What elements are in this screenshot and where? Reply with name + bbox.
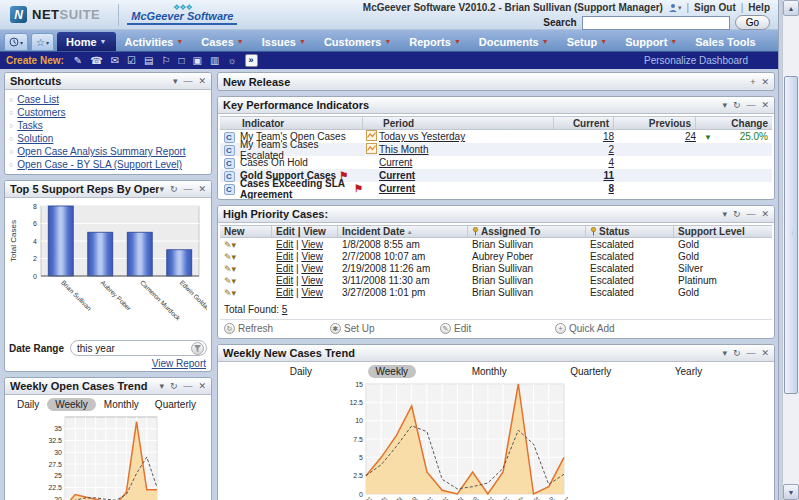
date-range-select[interactable]: this year — [70, 340, 207, 356]
new-file-icon[interactable]: ▣ — [193, 55, 202, 66]
edit-link[interactable]: Edit — [276, 251, 293, 262]
more-create-options-button[interactable]: » — [245, 54, 258, 67]
tab-yearly[interactable]: Yearly — [667, 365, 710, 378]
panel-minimize-icon[interactable]: — — [183, 76, 192, 86]
scroll-up-button[interactable]: ▲ — [783, 0, 799, 16]
kpi-col-current[interactable]: Current — [554, 117, 614, 129]
col-status[interactable]: Status — [586, 226, 674, 237]
shortcut-tasks[interactable]: Tasks — [17, 119, 43, 132]
panel-minimize-icon[interactable]: — — [183, 381, 192, 391]
panel-close-icon[interactable]: ✕ — [761, 100, 769, 110]
recent-records-button[interactable]: ▾ — [4, 33, 28, 51]
panel-menu-icon[interactable]: ▾ — [159, 184, 164, 194]
col-support-level[interactable]: Support Level — [674, 226, 772, 237]
tab-issues[interactable]: Issues▼ — [253, 32, 315, 51]
tab-documents[interactable]: Documents▼ — [470, 32, 558, 51]
view-link[interactable]: View — [301, 263, 323, 274]
panel-close-icon[interactable]: ✕ — [198, 381, 206, 391]
kpi-period-link[interactable]: Current — [379, 170, 415, 181]
quick-add-button[interactable]: +Quick Add — [555, 323, 615, 334]
panel-expand-icon[interactable]: + — [750, 77, 755, 87]
panel-refresh-icon[interactable]: ↻ — [170, 184, 178, 194]
panel-refresh-icon[interactable]: ↻ — [733, 100, 741, 110]
shortcut-case-list[interactable]: Case List — [17, 93, 59, 106]
col-incident-date[interactable]: Incident Date▲ — [338, 226, 468, 237]
tab-customers[interactable]: Customers▼ — [315, 32, 400, 51]
kpi-col-indicator[interactable]: Indicator — [238, 117, 363, 129]
kpi-period-link[interactable]: Current — [379, 183, 415, 194]
trend-graph-icon[interactable] — [363, 130, 379, 143]
panel-menu-icon[interactable]: ▾ — [722, 348, 727, 358]
set-up-button[interactable]: ✱Set Up — [330, 323, 440, 334]
tab-reports[interactable]: Reports▼ — [400, 32, 470, 51]
panel-minimize-icon[interactable]: — — [746, 209, 755, 219]
shortcut-open-case-by-sla[interactable]: Open Case - BY SLA (Support Level) — [17, 158, 182, 171]
view-link[interactable]: View — [301, 287, 323, 298]
quick-new-icon[interactable]: ✎▾ — [224, 276, 236, 286]
view-link[interactable]: View — [301, 251, 323, 262]
shortcut-solution[interactable]: Solution — [17, 132, 53, 145]
panel-menu-icon[interactable]: ▾ — [722, 100, 727, 110]
panel-minimize-icon[interactable]: — — [746, 348, 755, 358]
panel-menu-icon[interactable]: ▾ — [173, 76, 178, 86]
tab-quarterly[interactable]: Quarterly — [562, 365, 619, 378]
kpi-current-value[interactable]: 8 — [608, 183, 614, 194]
tab-weekly[interactable]: Weekly — [368, 365, 417, 378]
tab-sales-tools[interactable]: Sales Tools — [686, 32, 764, 51]
new-phone-call-icon[interactable]: ☎ — [90, 55, 102, 66]
kpi-current-value[interactable]: 4 — [608, 157, 614, 168]
panel-menu-icon[interactable]: ▾ — [722, 209, 727, 219]
kpi-col-change[interactable]: Change — [720, 117, 772, 129]
kpi-period-link[interactable]: This Month — [379, 144, 428, 155]
tab-setup[interactable]: Setup▼ — [558, 32, 617, 51]
edit-link[interactable]: Edit — [276, 287, 293, 298]
panel-close-icon[interactable]: ✕ — [761, 348, 769, 358]
new-campaign-icon[interactable]: ⚐ — [161, 55, 170, 66]
personalize-dashboard-link[interactable]: Personalize Dashboard — [644, 55, 748, 66]
quick-new-icon[interactable]: ✎▾ — [224, 240, 236, 250]
panel-minimize-icon[interactable]: — — [183, 184, 192, 194]
trend-graph-icon[interactable] — [363, 143, 379, 156]
quick-new-icon[interactable]: ✎▾ — [224, 252, 236, 262]
new-note-icon[interactable]: ▤ — [144, 55, 153, 66]
help-link[interactable]: Help — [748, 2, 770, 13]
col-new[interactable]: New — [220, 226, 272, 237]
edit-link[interactable]: Edit — [276, 239, 293, 250]
view-link[interactable]: View — [301, 239, 323, 250]
filter-funnel-icon[interactable] — [191, 342, 204, 355]
quick-new-icon[interactable]: ✎▾ — [224, 288, 236, 298]
tab-monthly[interactable]: Monthly — [96, 398, 147, 411]
kpi-refresh-icon[interactable]: C — [224, 145, 235, 156]
search-input[interactable] — [582, 16, 730, 30]
new-email-icon[interactable]: ✉ — [111, 55, 119, 66]
kpi-col-previous[interactable]: Previous — [614, 117, 696, 129]
new-document-icon[interactable]: □ — [178, 55, 184, 66]
tab-support[interactable]: Support▼ — [616, 32, 686, 51]
kpi-period-link[interactable]: Current — [379, 157, 412, 168]
new-task-icon[interactable]: ✎ — [74, 55, 82, 66]
panel-refresh-icon[interactable]: ↻ — [170, 381, 178, 391]
edit-button[interactable]: ✎Edit — [440, 323, 555, 334]
kpi-current-value[interactable]: 2 — [608, 144, 614, 155]
tab-yearly[interactable]: Yearly — [204, 398, 212, 411]
kpi-col-period[interactable]: Period — [379, 117, 554, 129]
total-found-count[interactable]: 5 — [282, 304, 288, 315]
tab-cases[interactable]: Cases▼ — [192, 32, 252, 51]
panel-close-icon[interactable]: ✕ — [198, 184, 206, 194]
shortcuts-menu-button[interactable]: ☆▾ — [31, 33, 54, 51]
panel-refresh-icon[interactable]: ↻ — [733, 209, 741, 219]
tab-home[interactable]: Home▼ — [57, 32, 116, 51]
new-case-icon[interactable]: ☑ — [127, 55, 136, 66]
kpi-current-value[interactable]: 18 — [603, 131, 614, 142]
refresh-button[interactable]: ↻Refresh — [224, 323, 330, 334]
new-idea-icon[interactable]: ☼ — [227, 55, 236, 66]
kpi-refresh-icon[interactable]: C — [224, 158, 235, 169]
tab-quarterly[interactable]: Quarterly — [147, 398, 204, 411]
edit-link[interactable]: Edit — [276, 275, 293, 286]
panel-refresh-icon[interactable]: ↻ — [733, 348, 741, 358]
tab-activities[interactable]: Activities▼ — [116, 32, 193, 51]
kpi-period-link[interactable]: Today vs Yesterday — [379, 131, 465, 142]
view-report-link[interactable]: View Report — [152, 358, 206, 369]
tab-weekly[interactable]: Weekly — [47, 398, 96, 411]
tab-monthly[interactable]: Monthly — [464, 365, 515, 378]
